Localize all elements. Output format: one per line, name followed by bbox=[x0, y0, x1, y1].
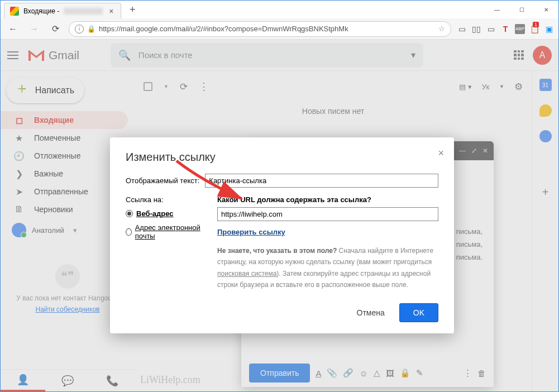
url-question-label: Какой URL должна содержать эта ссылка? bbox=[217, 195, 438, 204]
hint-bold: Не знаете, что указать в этом поле? bbox=[217, 247, 337, 255]
reload-icon[interactable]: ⟳ bbox=[47, 21, 63, 37]
hint-text: Не знаете, что указать в этом поле? Снач… bbox=[217, 245, 438, 291]
close-window-icon[interactable]: ✕ bbox=[534, 1, 558, 18]
url-box[interactable]: i 🔒 https://mail.google.com/mail/u/2/#in… bbox=[69, 21, 451, 37]
window-titlebar: Входящие - × + — ☐ ✕ bbox=[1, 1, 558, 18]
radio-web-label: Веб-адрес bbox=[136, 209, 174, 218]
tab-title: Входящие - bbox=[23, 7, 59, 15]
ext-icon-notes[interactable]: ▭ bbox=[486, 24, 496, 34]
forward-icon[interactable]: → bbox=[26, 21, 42, 37]
lock-icon: 🔒 bbox=[87, 25, 95, 33]
radio-email-address[interactable]: Адрес электронной почты bbox=[126, 223, 204, 240]
radio-icon bbox=[126, 210, 133, 217]
link-type-column: Ссылка на: Веб-адрес Адрес электронной п… bbox=[126, 195, 204, 291]
hint-search-link[interactable]: поисковая система bbox=[217, 270, 276, 278]
browser-tab[interactable]: Входящие - × bbox=[4, 3, 121, 18]
link-to-label: Ссылка на: bbox=[126, 195, 204, 204]
close-tab-icon[interactable]: × bbox=[107, 7, 115, 15]
back-icon[interactable]: ← bbox=[5, 21, 21, 37]
edit-link-dialog: × Изменить ссылку Отображаемый текст: Сс… bbox=[110, 137, 454, 333]
maximize-icon[interactable]: ☐ bbox=[509, 1, 534, 18]
url-input[interactable] bbox=[217, 207, 438, 221]
ext-icon-bookmarks[interactable]: ▯▯ bbox=[471, 24, 481, 34]
ext-icon-rec[interactable]: ▣ bbox=[544, 24, 554, 34]
site-info-icon[interactable]: i bbox=[75, 25, 84, 34]
url-text: https://mail.google.com/mail/u/2/#inbox?… bbox=[99, 25, 435, 33]
bookmark-icon[interactable]: ☆ bbox=[438, 25, 445, 33]
ext-icon-badge[interactable]: 1📋 bbox=[529, 24, 539, 34]
minimize-icon[interactable]: — bbox=[485, 1, 509, 18]
display-text-label: Отображаемый текст: bbox=[126, 176, 199, 185]
display-text-input[interactable] bbox=[205, 174, 438, 188]
ext-icon-reader[interactable]: ▭ bbox=[457, 24, 467, 34]
gmail-favicon bbox=[10, 7, 19, 16]
radio-web-address[interactable]: Веб-адрес bbox=[126, 209, 204, 218]
address-bar: ← → ⟳ i 🔒 https://mail.google.com/mail/u… bbox=[1, 18, 558, 40]
dialog-close-icon[interactable]: × bbox=[438, 147, 444, 159]
ext-icon-t[interactable]: T bbox=[500, 24, 510, 34]
radio-icon bbox=[126, 228, 132, 236]
extension-icons: ▭ ▯▯ ▭ T ABP 1📋 ▣ bbox=[457, 24, 554, 34]
radio-email-label: Адрес электронной почты bbox=[135, 223, 204, 240]
new-tab-button[interactable]: + bbox=[126, 3, 139, 16]
dialog-title: Изменить ссылку bbox=[126, 151, 438, 164]
test-link[interactable]: Проверить ссылку bbox=[217, 228, 285, 236]
url-column: Какой URL должна содержать эта ссылка? П… bbox=[217, 195, 438, 291]
display-text-row: Отображаемый текст: bbox=[126, 174, 438, 188]
cancel-button[interactable]: Отмена bbox=[350, 304, 391, 322]
ok-button[interactable]: OK bbox=[399, 303, 438, 322]
tab-title-blurred bbox=[64, 8, 103, 15]
ext-icon-abp[interactable]: ABP bbox=[515, 24, 525, 34]
window-controls: — ☐ ✕ bbox=[485, 1, 558, 18]
dialog-footer: Отмена OK bbox=[126, 303, 438, 322]
